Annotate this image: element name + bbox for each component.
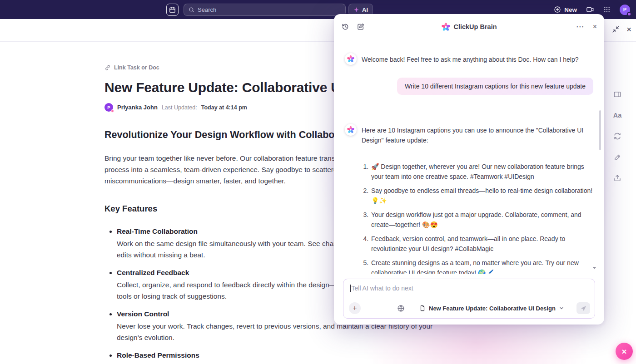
updated-value: Today at 4:14 pm bbox=[201, 104, 247, 111]
ai-sparkle-icon bbox=[353, 7, 359, 13]
link-task-or-doc-button[interactable]: Link Task or Doc bbox=[104, 64, 159, 71]
panel-toggle-button[interactable] bbox=[612, 89, 623, 100]
doc-right-rail: Aa bbox=[612, 89, 623, 183]
caption-item: Create stunning designs as a team, no ma… bbox=[370, 258, 593, 274]
brain-flower-icon bbox=[347, 126, 354, 133]
new-chat-button[interactable] bbox=[357, 23, 365, 31]
welcome-message-text: Welcome back! Feel free to ask me anythi… bbox=[362, 53, 579, 65]
ai-avatar bbox=[345, 53, 357, 65]
context-doc-title: New Feature Update: Collaborative UI Des… bbox=[429, 305, 556, 312]
calendar-button[interactable] bbox=[166, 4, 179, 16]
send-button[interactable] bbox=[576, 302, 590, 314]
search-icon bbox=[189, 7, 194, 13]
author-name[interactable]: Priyanka John bbox=[117, 104, 158, 111]
chat-messages: Welcome back! Feel free to ask me anythi… bbox=[334, 39, 604, 274]
brain-panel-title-group: ClickUp Brain bbox=[441, 23, 497, 31]
search-input[interactable]: Search bbox=[184, 4, 346, 16]
clip-record-button[interactable] bbox=[586, 5, 594, 14]
composer-placeholder: Tell AI what to do next bbox=[352, 285, 413, 292]
caption-item: 🚀 Design together, wherever you are! Our… bbox=[370, 162, 593, 182]
caption-item: Your design workflow just got a major up… bbox=[370, 210, 593, 230]
doc-close-button[interactable]: × bbox=[626, 25, 631, 34]
send-icon bbox=[580, 305, 587, 312]
search-placeholder: Search bbox=[198, 6, 216, 13]
plus-circle-icon bbox=[554, 6, 561, 13]
collapse-icon bbox=[612, 25, 620, 33]
compose-icon bbox=[357, 23, 365, 31]
export-button[interactable] bbox=[612, 172, 623, 183]
web-search-button[interactable] bbox=[397, 305, 405, 312]
composer-toolbar: + New Feature Update: Collaborative UI D… bbox=[349, 302, 590, 314]
apps-button[interactable] bbox=[603, 6, 611, 13]
new-button-label: New bbox=[564, 6, 577, 13]
typography-icon: Aa bbox=[613, 112, 622, 119]
panel-icon bbox=[613, 90, 621, 98]
video-icon bbox=[586, 5, 594, 14]
text-caret bbox=[350, 285, 351, 292]
chevron-down-icon bbox=[559, 305, 564, 311]
upload-icon bbox=[613, 174, 621, 182]
grid-icon bbox=[603, 6, 611, 13]
close-icon: × bbox=[621, 347, 626, 356]
minimize-view-button[interactable] bbox=[612, 25, 620, 33]
panel-scrollbar[interactable] bbox=[599, 110, 601, 150]
panel-menu-button[interactable]: ⋯ bbox=[576, 23, 585, 31]
panel-close-button[interactable]: × bbox=[593, 23, 597, 30]
scroll-down-indicator[interactable] bbox=[592, 266, 597, 271]
clickup-brain-panel: ClickUp Brain ⋯ × Welcome back! Feel fre… bbox=[334, 14, 604, 325]
ai-pen-button[interactable] bbox=[612, 152, 623, 162]
typography-button[interactable]: Aa bbox=[612, 110, 623, 121]
doc-icon bbox=[419, 305, 426, 311]
composer-input[interactable]: Tell AI what to do next bbox=[350, 285, 413, 292]
ai-floating-button[interactable]: × bbox=[616, 343, 633, 360]
link-task-label: Link Task or Doc bbox=[114, 64, 159, 71]
chevron-down-icon bbox=[592, 266, 597, 271]
user-avatar[interactable]: P bbox=[620, 5, 630, 15]
brain-panel-header: ClickUp Brain ⋯ × bbox=[334, 14, 604, 39]
author-status-dot bbox=[111, 109, 114, 113]
calendar-icon bbox=[169, 6, 176, 13]
history-button[interactable] bbox=[341, 23, 349, 31]
response-intro-text: Here are 10 Instagram captions you can u… bbox=[362, 124, 593, 145]
caption-item: Feedback, version control, and teamwork—… bbox=[370, 234, 593, 254]
captions-list: 🚀 Design together, wherever you are! Our… bbox=[345, 162, 593, 274]
relationships-button[interactable] bbox=[612, 131, 623, 142]
brain-flower-icon bbox=[347, 55, 354, 63]
globe-icon bbox=[397, 305, 405, 312]
clickup-brain-logo-icon bbox=[441, 23, 450, 31]
avatar-status-dot bbox=[627, 12, 631, 16]
ai-avatar bbox=[345, 124, 357, 136]
ai-message-response: Here are 10 Instagram captions you can u… bbox=[345, 124, 593, 145]
user-message-bubble: Write 10 different Instagram captions fo… bbox=[397, 78, 593, 95]
feature-item: Role-Based Permissions bbox=[117, 349, 435, 361]
brain-panel-title: ClickUp Brain bbox=[453, 23, 497, 30]
updated-label: Last Updated: bbox=[162, 104, 197, 111]
pen-icon bbox=[614, 153, 621, 161]
feature-title: Role-Based Permissions bbox=[117, 349, 435, 361]
link-icon bbox=[104, 64, 111, 71]
ai-message-welcome: Welcome back! Feel free to ask me anythi… bbox=[345, 53, 593, 65]
context-doc-selector[interactable]: New Feature Update: Collaborative UI Des… bbox=[419, 305, 564, 312]
caption-item: Say goodbye to endless email threads—hel… bbox=[370, 186, 593, 206]
history-icon bbox=[341, 23, 349, 31]
sync-icon bbox=[613, 132, 621, 140]
new-button[interactable]: New bbox=[554, 6, 577, 13]
user-avatar-initial: P bbox=[623, 7, 626, 12]
author-avatar[interactable]: P bbox=[104, 103, 113, 112]
ai-button-label: AI bbox=[362, 6, 368, 13]
attach-button[interactable]: + bbox=[349, 302, 361, 314]
author-avatar-initial: P bbox=[107, 105, 110, 110]
ai-composer[interactable]: Tell AI what to do next + New Feature Up… bbox=[343, 279, 595, 319]
